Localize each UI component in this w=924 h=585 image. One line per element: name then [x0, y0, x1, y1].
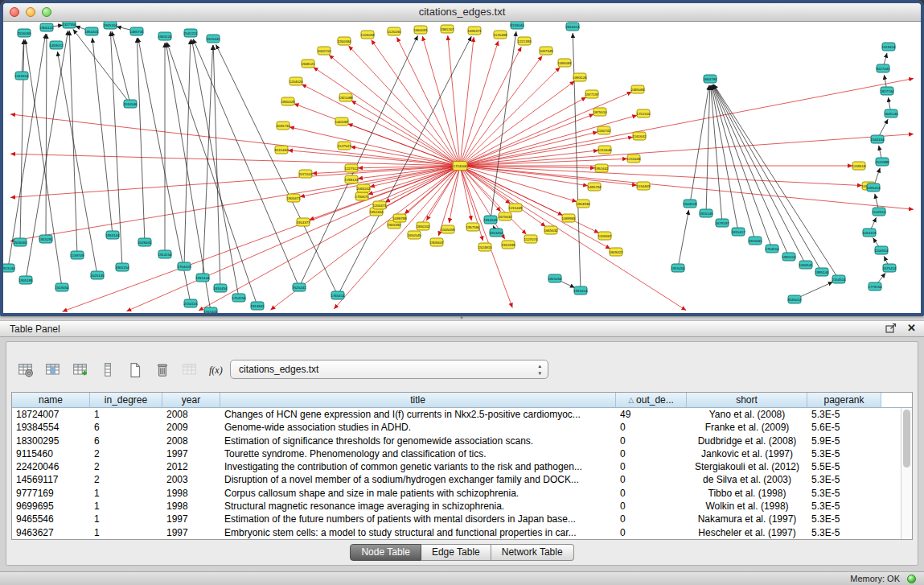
graph-node-label: 1089965 [561, 216, 576, 220]
window-title: citations_edges.txt [419, 6, 506, 18]
graph-node-label: 1816454 [213, 286, 228, 290]
table-edit-icon[interactable] [71, 360, 90, 380]
cell-pagerank: 5.3E-5 [807, 500, 881, 513]
graph-edge [137, 38, 145, 242]
graph-node-label: 1830202 [416, 225, 430, 229]
graph-node-label: 1211646 [627, 157, 641, 161]
svg-text:f(x): f(x) [209, 365, 223, 376]
minimize-button[interactable] [26, 7, 35, 17]
graph-node-label: 1459012 [49, 43, 64, 47]
table-scrollbar[interactable] [901, 408, 912, 539]
graph-node-label: 1914377 [296, 220, 310, 225]
graph-node-label: 1515441 [206, 37, 220, 41]
table-row[interactable]: 1938455462009Genome-wide association stu… [12, 421, 901, 434]
close-button[interactable] [10, 7, 19, 17]
function-builder-icon[interactable]: f(x) [207, 360, 227, 380]
column-header-name[interactable]: name [12, 393, 90, 408]
table-row[interactable]: 1456911722003Disruption of a novel membe… [12, 473, 901, 486]
graph-edge [460, 166, 471, 220]
cell-pagerank: 5.3E-5 [807, 513, 881, 525]
table-row[interactable]: 946362711997Embryonic stem cells: a mode… [12, 526, 901, 539]
network-graph[interactable]: 1724006911546020357311830029124402019481… [3, 22, 921, 314]
table-row[interactable]: 911546021997Tourette syndrome. Phenomeno… [12, 447, 901, 460]
memory-status-label: Memory: OK [850, 574, 900, 583]
cell-year: 1998 [162, 500, 220, 513]
column-header-short[interactable]: short [687, 393, 807, 408]
graph-node-label: 1854441 [84, 30, 99, 34]
graph-edge [678, 210, 689, 268]
tab-network-table[interactable]: Network Table [491, 544, 574, 561]
table-row[interactable]: 1830029562008Estimation of significance … [12, 435, 901, 447]
graph-node-label: 1102514 [873, 210, 886, 214]
graph-node-label: 8133044 [510, 23, 524, 27]
table-column-icon[interactable] [43, 360, 63, 380]
column-header-title[interactable]: title [220, 393, 616, 408]
cell-pagerank: 5.3E-5 [807, 526, 881, 539]
table-row[interactable]: 969969511998Structural magnetic resonanc… [12, 500, 901, 513]
graph-node-label: 1914154 [158, 253, 172, 257]
column-header-in_degree[interactable]: in_degree [90, 393, 162, 408]
cell-in_degree: 1 [90, 500, 162, 513]
cell-year: 1997 [162, 526, 220, 539]
cell-short: Stergiakouli et al. (2012) [687, 460, 807, 473]
table-row[interactable]: 946554611997Estimation of the future num… [12, 513, 901, 525]
graph-node-label: 1221393 [517, 39, 532, 43]
graph-node-label: 1809422 [609, 250, 623, 254]
graph-edge [460, 37, 474, 166]
graph-node-label: 1485731 [129, 30, 144, 34]
cell-out_de: 49 [616, 408, 687, 421]
graph-node-label: 1788133 [344, 178, 359, 182]
graph-node-label: 1515988 [875, 160, 889, 164]
graph-node-label: 1921088 [339, 96, 353, 100]
tab-edge-table[interactable]: Edge Table [421, 544, 491, 561]
graph-node-label: 2071541 [298, 172, 313, 176]
table-settings-icon[interactable] [16, 360, 35, 380]
cell-in_degree: 1 [90, 526, 162, 539]
graph-node-label: 1830029 [281, 100, 295, 104]
graph-edge [448, 35, 460, 166]
cell-short: Yano et al. (2008) [687, 408, 807, 421]
graph-node-label: 1977197 [585, 93, 599, 97]
cell-short: Franke et al. (2009) [687, 421, 807, 434]
scrollbar-thumb[interactable] [903, 410, 910, 468]
memory-status-led [907, 575, 916, 583]
graph-node-label: 1915454 [671, 266, 685, 270]
cell-out_de: 0 [616, 460, 687, 473]
graph-node-label: 1209467 [598, 234, 612, 238]
graph-edge [713, 84, 789, 257]
header-filler [881, 393, 912, 408]
graph-node-label: 1244020 [289, 80, 303, 84]
column-slim-icon[interactable] [98, 360, 117, 380]
table-row[interactable]: 977716911998Corpus callosum shape and si… [12, 487, 901, 500]
cell-name: 9777169 [12, 487, 90, 500]
import-table-disabled-icon[interactable] [180, 360, 199, 380]
graph-node-label: 2028441 [138, 241, 152, 245]
graph-node-label: 1679197 [715, 221, 729, 225]
tab-node-table[interactable]: Node Table [350, 544, 421, 561]
node-table: namein_degreeyeartitle△out_de...shortpag… [11, 392, 913, 540]
graph-node-label: 1442087 [335, 120, 349, 124]
graph-edge [191, 39, 239, 298]
column-header-year[interactable]: year [162, 393, 220, 408]
graph-node-label: 1161642 [633, 134, 647, 138]
column-header-out_de[interactable]: △out_de... [616, 393, 687, 408]
delete-table-icon[interactable] [153, 360, 172, 380]
float-panel-icon[interactable] [885, 323, 897, 334]
graph-node-label: 2154115 [184, 302, 198, 306]
cell-short: Jankovic et al. (1997) [687, 447, 807, 460]
table-body: 1872400712008Changes of HCN gene express… [12, 408, 901, 539]
table-row[interactable]: 2242004622012Investigating the contribut… [12, 460, 901, 473]
close-panel-icon[interactable] [907, 323, 916, 334]
zoom-button[interactable] [42, 7, 51, 17]
cell-pagerank: 5.5E-5 [807, 460, 881, 473]
cell-in_degree: 1 [90, 513, 162, 525]
cell-title: Genome-wide association studies in ADHD. [220, 421, 616, 434]
new-table-icon[interactable] [125, 360, 145, 380]
cell-title: Estimation of significance thresholds fo… [220, 435, 616, 447]
table-selector-combobox[interactable]: citations_edges.txt [230, 360, 548, 379]
network-canvas-area[interactable]: 1724006911546020357311830029124402019481… [3, 22, 921, 314]
window-titlebar[interactable]: citations_edges.txt [3, 3, 921, 22]
cell-in_degree: 1 [90, 408, 162, 421]
table-row[interactable]: 1872400712008Changes of HCN gene express… [12, 408, 901, 421]
column-header-pagerank[interactable]: pagerank [807, 393, 881, 408]
